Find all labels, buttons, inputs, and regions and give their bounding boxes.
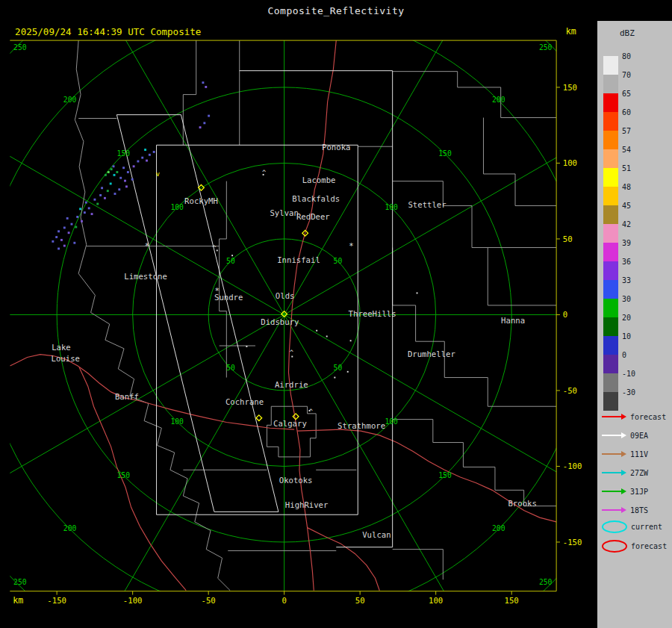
- town-dot: [217, 249, 218, 251]
- caret-mark: ^: [212, 244, 216, 252]
- track-arrow-icon: [602, 435, 621, 436]
- ellipse-label: forecast: [631, 542, 667, 550]
- dbz-swatch-0: [603, 355, 618, 373]
- track-arrowhead-icon: [621, 470, 626, 476]
- dbz-value-label: 20: [622, 314, 631, 322]
- city-label-drumheller: Drumheller: [408, 349, 455, 359]
- city-label-hanna: Hanna: [501, 316, 525, 326]
- radar-map-canvas[interactable]: 2025/09/24 16:44:39 UTC Composite km km …: [0, 21, 597, 628]
- asterisk-mark: *: [215, 286, 220, 296]
- dbz-value-label: 36: [622, 258, 631, 266]
- city-label-limestone: Limestone: [124, 272, 167, 282]
- dbz-swatch-42: [603, 224, 618, 243]
- dbz-swatch--10: [603, 373, 618, 392]
- town-dot: [316, 330, 317, 332]
- radar-echo: [55, 236, 57, 238]
- dbz-scale-title: dBZ: [620, 28, 635, 38]
- radar-echo: [57, 248, 60, 250]
- city-label-brooks: Brooks: [508, 499, 536, 509]
- city-label-calgary: Calgary: [273, 419, 307, 429]
- y-axis-tick-label: 0: [563, 310, 567, 320]
- dbz-value-label: 42: [622, 220, 631, 228]
- range-ring-label: 100: [170, 203, 184, 211]
- caret-mark: ^: [262, 169, 266, 176]
- radar-echo: [111, 168, 113, 170]
- city-label-cochrane: Cochrane: [225, 397, 264, 407]
- dbz-value-label: 10: [622, 332, 631, 341]
- track-label: 31JP: [630, 488, 648, 496]
- track-label: 09EA: [630, 432, 648, 440]
- radar-echo: [146, 160, 148, 162]
- city-label-rockymh: RockyMH: [184, 196, 218, 206]
- city-label-ponoka: Ponoka: [322, 143, 350, 152]
- radar-echo: [71, 223, 73, 226]
- municipal-boundary: [78, 273, 230, 590]
- window-title: Composite_Reflectivity: [0, 0, 672, 21]
- municipal-boundary: [393, 550, 444, 580]
- city-label-lake: Lake: [52, 343, 71, 352]
- radar-echo: [85, 202, 87, 204]
- dbz-swatch-20: [603, 317, 618, 336]
- municipal-boundary: [488, 248, 556, 305]
- radar-echo: [63, 245, 66, 247]
- track-legend-111V: 111V: [602, 447, 648, 461]
- range-ring-label: 200: [492, 524, 505, 532]
- dbz-swatch-60: [603, 112, 618, 131]
- track-arrowhead-icon: [621, 414, 626, 420]
- radar-echo: [149, 154, 151, 156]
- dbz-value-label: 70: [622, 71, 631, 79]
- municipal-boundary: [393, 420, 556, 506]
- x-axis-tick-label: 50: [355, 596, 365, 606]
- radar-echo: [68, 231, 70, 234]
- range-ring-label: 250: [539, 578, 553, 586]
- track-arrowhead-icon: [621, 507, 626, 513]
- radar-echo: [108, 171, 110, 173]
- x-axis-tick-label: -50: [202, 596, 216, 606]
- radar-app-window: { "window": {"title": "Composite_Reflect…: [0, 0, 672, 628]
- dbz-value-label: 0: [622, 351, 626, 359]
- town-dot: [334, 377, 335, 379]
- town-dot: [417, 292, 418, 293]
- dbz-swatch-51: [603, 168, 618, 187]
- radar-echo: [203, 122, 205, 124]
- city-label-blackfalds: Blackfalds: [292, 194, 340, 204]
- city-label-okotoks: Okotoks: [279, 476, 313, 485]
- dbz-swatch-70: [603, 75, 618, 93]
- caret-mark: ^: [309, 408, 313, 415]
- track-legend-09EA: 09EA: [602, 429, 648, 442]
- range-ring-label: 200: [63, 96, 77, 104]
- radar-echo: [81, 220, 83, 223]
- city-label-sylvan: Sylvan: [270, 208, 298, 218]
- dbz-value-label: 80: [622, 52, 631, 60]
- radar-echo: [127, 171, 129, 173]
- track-label: 27ZW: [630, 469, 648, 477]
- dbz-value-label: 60: [622, 108, 631, 116]
- dbz-value-label: 48: [622, 183, 631, 191]
- dbz-value-label: 33: [622, 276, 631, 285]
- track-legend-31JP: 31JP: [602, 485, 648, 498]
- range-ring-label: 250: [13, 43, 27, 52]
- range-ring-label: 250: [13, 578, 27, 586]
- yellow-caret-mark: v: [156, 170, 160, 178]
- town-dot: [246, 346, 247, 347]
- radar-echo: [93, 199, 96, 201]
- radar-echo: [114, 193, 116, 195]
- timestamp-label: 2025/09/24 16:44:39 UTC Composite: [15, 26, 201, 37]
- x-axis-tick-label: -100: [123, 596, 143, 606]
- y-axis-tick-label: -150: [563, 538, 582, 547]
- radar-echo: [105, 174, 107, 176]
- dbz-swatch-39: [603, 243, 618, 261]
- radar-echo: [118, 188, 120, 190]
- track-label: 111V: [630, 450, 648, 458]
- track-legend-forecast: forecast: [602, 410, 666, 423]
- dbz-swatch-54: [603, 149, 618, 168]
- dbz-swatch-30: [603, 299, 618, 317]
- cell-ellipse-icon: [602, 520, 627, 533]
- y-axis-tick-label: 100: [563, 158, 577, 168]
- radar-echo: [84, 211, 86, 214]
- radar-echo: [122, 167, 125, 169]
- track-label: forecast: [630, 413, 666, 421]
- radar-echo: [133, 165, 135, 167]
- town-dot: [347, 371, 349, 373]
- dbz-value-label: -10: [622, 370, 635, 378]
